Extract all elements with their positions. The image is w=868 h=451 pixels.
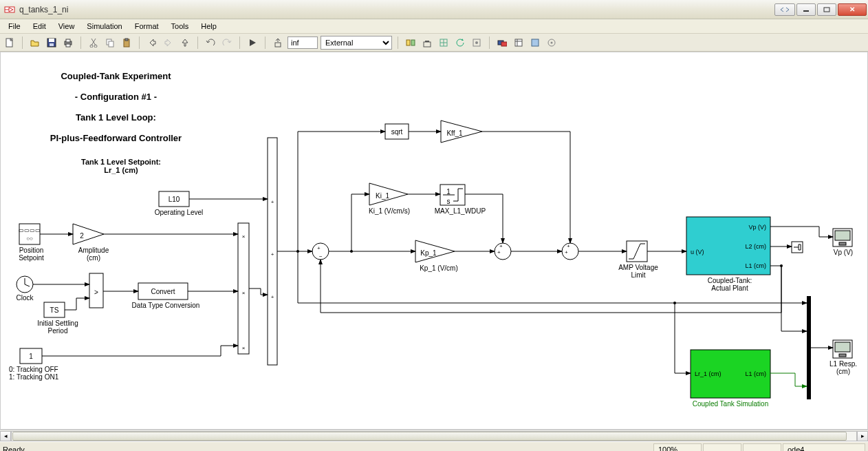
run-button[interactable] xyxy=(246,36,259,50)
tool-button-a[interactable] xyxy=(437,36,451,50)
svg-text:×: × xyxy=(242,233,246,240)
redo-button[interactable] xyxy=(220,36,234,50)
paste-button[interactable] xyxy=(120,36,133,50)
svg-rect-13 xyxy=(109,41,113,47)
svg-rect-69 xyxy=(792,242,803,253)
menu-view[interactable]: View xyxy=(53,21,80,32)
svg-rect-67 xyxy=(835,231,850,240)
svg-text:>: > xyxy=(94,289,98,296)
print-button[interactable] xyxy=(61,36,75,50)
svg-point-28 xyxy=(551,41,553,43)
tool-button-c[interactable] xyxy=(528,36,542,50)
simulink-icon xyxy=(4,4,15,15)
scroll-thumb[interactable] xyxy=(12,432,847,441)
diagram-title: Coupled-Tank Experiment - Configuration … xyxy=(6,61,206,154)
connect-target-button[interactable] xyxy=(404,36,417,50)
menubar: File Edit View Simulation Format Tools H… xyxy=(0,19,868,34)
svg-text:−: − xyxy=(319,253,323,260)
refresh-button[interactable] xyxy=(453,36,467,50)
menu-file[interactable]: File xyxy=(3,21,26,32)
menu-help[interactable]: Help xyxy=(195,21,222,32)
svg-text:+: + xyxy=(271,294,274,300)
minimize-button[interactable] xyxy=(796,3,816,16)
open-button[interactable] xyxy=(28,36,42,50)
library-browser-button[interactable] xyxy=(495,36,509,50)
close-button[interactable]: ✕ xyxy=(838,3,867,16)
save-button[interactable] xyxy=(45,36,58,50)
sim-plant-label: Coupled Tank Simulation xyxy=(693,400,768,408)
initial-settling-label: Initial Settling Period xyxy=(34,319,82,335)
svg-point-78 xyxy=(673,302,676,304)
status-cell-b xyxy=(743,443,781,452)
svg-text:○○: ○○ xyxy=(26,235,33,242)
svg-rect-70 xyxy=(807,296,811,399)
new-model-button[interactable] xyxy=(3,36,17,50)
plant-l1-port-text: L1 (cm) xyxy=(745,262,766,269)
svg-text:+: + xyxy=(271,199,274,205)
position-setpoint-label: Position Setpoint xyxy=(12,247,50,262)
svg-rect-6 xyxy=(50,43,54,46)
l10-block-text: L10 xyxy=(169,196,180,203)
tracking-label: 0: Tracking OFF 1: Tracking ON1 xyxy=(9,366,78,381)
scroll-left-button[interactable]: ◂ xyxy=(0,431,11,441)
menu-edit[interactable]: Edit xyxy=(28,21,52,32)
one-block-text: 1 xyxy=(29,353,33,360)
svg-text:s: s xyxy=(447,198,451,205)
svg-rect-37 xyxy=(89,273,103,308)
svg-rect-5 xyxy=(49,39,54,42)
nav-fwd-button[interactable] xyxy=(162,36,175,50)
svg-rect-18 xyxy=(411,40,415,45)
svg-text:+: + xyxy=(317,245,321,251)
svg-point-60 xyxy=(562,243,578,260)
cut-button[interactable] xyxy=(87,36,100,50)
sqrt-block-text: sqrt xyxy=(391,128,403,136)
svg-rect-68 xyxy=(839,242,846,245)
sim-out-port-text: L1 (cm) xyxy=(745,370,766,377)
nav-back-button[interactable] xyxy=(145,36,159,50)
plant-vp-port-text: Vp (V) xyxy=(748,224,766,231)
svg-rect-25 xyxy=(515,39,522,46)
model-canvas[interactable]: Coupled-Tank Experiment - Configuration … xyxy=(0,52,868,430)
tool-button-d[interactable] xyxy=(545,36,558,50)
svg-rect-2 xyxy=(824,8,829,12)
scroll-track[interactable] xyxy=(11,431,857,441)
status-cell-a xyxy=(703,443,741,452)
titlebar-extra-button[interactable] xyxy=(774,3,795,16)
svg-point-57 xyxy=(495,243,511,260)
copy-button[interactable] xyxy=(103,36,117,50)
svg-line-34 xyxy=(25,284,30,286)
menu-format[interactable]: Format xyxy=(129,21,164,32)
stop-time-input[interactable] xyxy=(287,36,318,49)
simulation-mode-select[interactable]: External xyxy=(321,36,392,50)
status-solver: ode4 xyxy=(783,443,865,452)
amplitude-label: Amplitude (cm) xyxy=(73,247,114,262)
tool-button-b[interactable] xyxy=(470,36,484,50)
menu-tools[interactable]: Tools xyxy=(166,21,195,32)
nav-up-button[interactable] xyxy=(178,36,192,50)
svg-rect-29 xyxy=(19,224,40,244)
build-button[interactable] xyxy=(271,36,285,50)
svg-rect-9 xyxy=(66,44,70,47)
actual-plant-label: Coupled-Tank: Actual Plant xyxy=(695,277,764,292)
scroll-right-button[interactable]: ▸ xyxy=(857,431,868,441)
svg-rect-41 xyxy=(238,223,249,354)
undo-button[interactable] xyxy=(204,36,217,50)
svg-rect-26 xyxy=(532,39,539,46)
svg-rect-71 xyxy=(833,340,852,358)
menu-simulation[interactable]: Simulation xyxy=(81,21,127,32)
svg-point-74 xyxy=(296,250,299,253)
model-explorer-button[interactable] xyxy=(512,36,525,50)
incremental-build-button[interactable] xyxy=(420,36,434,50)
maximize-button[interactable] xyxy=(817,3,836,16)
svg-text:×: × xyxy=(242,290,246,296)
svg-point-49 xyxy=(312,243,329,260)
svg-rect-24 xyxy=(501,42,507,46)
svg-rect-16 xyxy=(275,43,281,47)
svg-rect-63 xyxy=(627,241,647,262)
statusbar: Ready 100% ode4 xyxy=(0,441,868,451)
ki-gain-text: Ki_1 xyxy=(376,192,389,200)
svg-rect-8 xyxy=(66,39,70,42)
svg-rect-73 xyxy=(839,354,846,357)
svg-text:1: 1 xyxy=(446,188,451,196)
horizontal-scrollbar[interactable]: ◂ ▸ xyxy=(0,430,868,441)
